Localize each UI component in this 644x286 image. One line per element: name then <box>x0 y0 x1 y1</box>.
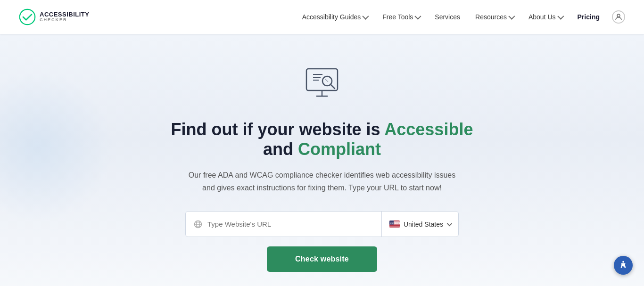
nav-accessibility-guides[interactable]: Accessibility Guides <box>296 9 374 25</box>
logo-text: ACCESSIBILITY CHECKER <box>40 11 89 23</box>
svg-point-1 <box>617 14 620 17</box>
svg-line-10 <box>325 79 328 82</box>
nav-free-tools[interactable]: Free Tools <box>376 9 426 25</box>
check-website-button[interactable]: Check website <box>267 246 377 272</box>
country-select[interactable]: ★★★★★★ United States <box>382 221 458 228</box>
country-label: United States <box>404 221 443 228</box>
svg-point-25 <box>622 261 624 263</box>
nav-about-us[interactable]: About Us <box>522 9 569 25</box>
svg-line-9 <box>330 84 335 89</box>
hero-title: Find out if your website is Accessible a… <box>157 120 487 159</box>
svg-rect-22 <box>389 227 400 227</box>
monitor-search-icon <box>301 62 343 105</box>
chevron-down-icon <box>508 13 515 20</box>
nav-pricing[interactable]: Pricing <box>571 9 606 25</box>
svg-point-0 <box>20 9 35 25</box>
hero-section: Find out if your website is Accessible a… <box>0 34 644 286</box>
globe-icon <box>193 220 203 229</box>
nav-services[interactable]: Services <box>428 9 467 25</box>
logo-link[interactable]: ACCESSIBILITY CHECKER <box>19 8 89 25</box>
url-input-wrapper <box>186 212 382 237</box>
user-icon-button[interactable] <box>612 10 625 24</box>
brand-name-top: ACCESSIBILITY <box>40 11 89 18</box>
chevron-down-icon <box>415 13 421 20</box>
url-input[interactable] <box>207 212 374 237</box>
chevron-down-icon <box>557 13 564 20</box>
svg-text:★★★★★★: ★★★★★★ <box>389 221 400 224</box>
logo-icon <box>19 8 36 25</box>
svg-rect-21 <box>389 226 400 226</box>
svg-rect-20 <box>389 224 400 225</box>
chevron-down-icon <box>363 13 369 20</box>
nav-resources[interactable]: Resources <box>469 9 520 25</box>
hero-illustration <box>301 62 343 106</box>
url-input-row: ★★★★★★ United States <box>185 211 459 237</box>
us-flag-icon: ★★★★★★ <box>389 221 400 228</box>
navbar: ACCESSIBILITY CHECKER Accessibility Guid… <box>0 0 644 34</box>
brand-name-bottom: CHECKER <box>40 18 89 23</box>
nav-links: Accessibility Guides Free Tools Services… <box>296 9 625 25</box>
accessibility-float-button[interactable] <box>614 256 633 275</box>
accessibility-icon <box>618 260 628 270</box>
country-chevron-icon <box>447 221 452 226</box>
hero-subtitle: Our free ADA and WCAG compliance checker… <box>189 169 455 194</box>
user-avatar-icon <box>614 13 623 21</box>
